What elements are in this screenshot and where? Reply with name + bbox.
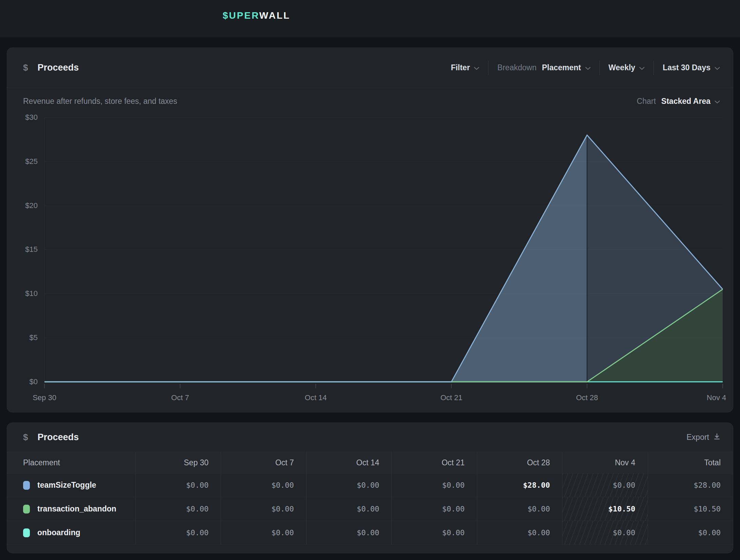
placement-name: teamSizeToggle xyxy=(37,481,96,490)
breakdown-value: Placement xyxy=(542,63,581,72)
proceeds-table-card: $ Proceeds Export Placement Sep 30 Oct 7… xyxy=(7,423,733,553)
series-swatch xyxy=(23,505,30,514)
value-cell: $0.00 xyxy=(477,521,562,545)
column-header: Oct 14 xyxy=(306,452,391,473)
value-cell: $0.00 xyxy=(135,497,221,521)
column-header: Placement xyxy=(7,452,135,473)
x-tick-label: Oct 14 xyxy=(305,393,327,402)
value-cell: $0.00 xyxy=(306,521,391,545)
table-row: onboarding $0.00 $0.00 $0.00 $0.00 $0.00… xyxy=(7,521,733,545)
column-header: Oct 28 xyxy=(477,452,562,473)
chart-subtitle: Revenue after refunds, store fees, and t… xyxy=(23,97,177,106)
superwall-logo[interactable]: $UPERWALL xyxy=(223,10,290,21)
dollar-icon: $ xyxy=(23,432,28,443)
table-card-title: Proceeds xyxy=(37,432,79,443)
date-range-dropdown[interactable]: Last 30 Days xyxy=(654,63,720,72)
total-cell: $0.00 xyxy=(648,521,733,545)
chart-type-dropdown[interactable]: Chart Stacked Area xyxy=(637,97,720,106)
table-row: transaction_abandon $0.00 $0.00 $0.00 $0… xyxy=(7,497,733,521)
placement-name: onboarding xyxy=(37,528,80,537)
chevron-down-icon xyxy=(585,63,591,72)
chart-plot[interactable] xyxy=(44,117,723,391)
placement-cell: transaction_abandon xyxy=(7,497,135,521)
x-tick-label: Sep 30 xyxy=(33,393,56,402)
value-cell: $0.00 xyxy=(391,473,477,497)
y-tick-label: $20 xyxy=(11,201,38,210)
value-cell: $0.00 xyxy=(221,473,306,497)
value-cell-incomplete: $0.00 xyxy=(562,521,647,545)
table-card-header: $ Proceeds Export xyxy=(7,423,733,452)
column-header: Oct 21 xyxy=(391,452,477,473)
value-cell: $0.00 xyxy=(135,521,221,545)
breakdown-label: Breakdown xyxy=(497,63,536,72)
top-bar: $UPERWALL xyxy=(0,0,740,37)
chart-card-title: Proceeds xyxy=(37,62,79,73)
series-swatch xyxy=(23,481,30,490)
download-icon xyxy=(714,433,720,442)
logo-accent-text: $UPER xyxy=(223,10,259,21)
export-button[interactable]: Export xyxy=(687,433,720,442)
placement-cell: onboarding xyxy=(7,521,135,545)
y-tick-label: $5 xyxy=(11,333,38,342)
filter-dropdown[interactable]: Filter xyxy=(442,63,488,72)
placement-name: transaction_abandon xyxy=(37,504,116,514)
chevron-down-icon xyxy=(474,63,479,72)
breakdown-dropdown[interactable]: Breakdown Placement xyxy=(488,63,599,72)
proceeds-chart-card: $ Proceeds Filter Breakdown Placement We… xyxy=(7,48,733,412)
x-tick-label: Oct 21 xyxy=(440,393,462,402)
period-dropdown[interactable]: Weekly xyxy=(600,63,654,72)
column-header: Sep 30 xyxy=(135,452,221,473)
placement-cell: teamSizeToggle xyxy=(7,473,135,497)
table-header-row: Placement Sep 30 Oct 7 Oct 14 Oct 21 Oct… xyxy=(7,452,733,473)
value-cell: $0.00 xyxy=(477,497,562,521)
chart-card-header: $ Proceeds Filter Breakdown Placement We… xyxy=(7,48,733,88)
value-cell: $0.00 xyxy=(306,473,391,497)
value-cell: $0.00 xyxy=(135,473,221,497)
y-tick-label: $15 xyxy=(11,245,38,254)
y-tick-label: $0 xyxy=(11,377,38,387)
column-header: Oct 7 xyxy=(221,452,306,473)
column-header: Nov 4 xyxy=(562,452,647,473)
value-cell-incomplete: $10.50 xyxy=(562,497,647,521)
y-tick-label: $10 xyxy=(11,289,38,298)
chevron-down-icon xyxy=(715,97,720,106)
x-tick-label: Nov 4 xyxy=(707,393,726,402)
date-range-value: Last 30 Days xyxy=(663,63,710,72)
dollar-icon: $ xyxy=(23,62,28,73)
logo-rest-text: WALL xyxy=(259,10,290,21)
x-tick-label: Oct 28 xyxy=(576,393,598,402)
chevron-down-icon xyxy=(639,63,645,72)
series-swatch xyxy=(23,528,30,537)
chart-type-value: Stacked Area xyxy=(661,97,710,106)
value-cell: $0.00 xyxy=(221,521,306,545)
value-cell: $0.00 xyxy=(391,497,477,521)
total-cell: $10.50 xyxy=(648,497,733,521)
table-row: teamSizeToggle $0.00 $0.00 $0.00 $0.00 $… xyxy=(7,473,733,497)
chevron-down-icon xyxy=(715,63,720,72)
y-tick-label: $30 xyxy=(11,113,38,122)
filter-label: Filter xyxy=(451,63,470,72)
export-label: Export xyxy=(687,433,709,442)
value-cell-incomplete: $0.00 xyxy=(562,473,647,497)
x-tick-label: Oct 7 xyxy=(171,393,189,402)
total-cell: $28.00 xyxy=(648,473,733,497)
period-value: Weekly xyxy=(609,63,635,72)
value-cell: $0.00 xyxy=(306,497,391,521)
value-cell: $28.00 xyxy=(477,473,562,497)
stacked-area-chart: $30 $25 $20 $15 $10 $5 $0 Sep 30 Oct 7 O… xyxy=(7,114,734,412)
value-cell: $0.00 xyxy=(391,521,477,545)
chart-controls: Filter Breakdown Placement Weekly Last 3… xyxy=(442,60,720,75)
chart-type-label: Chart xyxy=(637,97,656,106)
column-header: Total xyxy=(648,452,733,473)
chart-subtitle-row: Revenue after refunds, store fees, and t… xyxy=(7,88,733,114)
value-cell: $0.00 xyxy=(221,497,306,521)
y-tick-label: $25 xyxy=(11,157,38,166)
